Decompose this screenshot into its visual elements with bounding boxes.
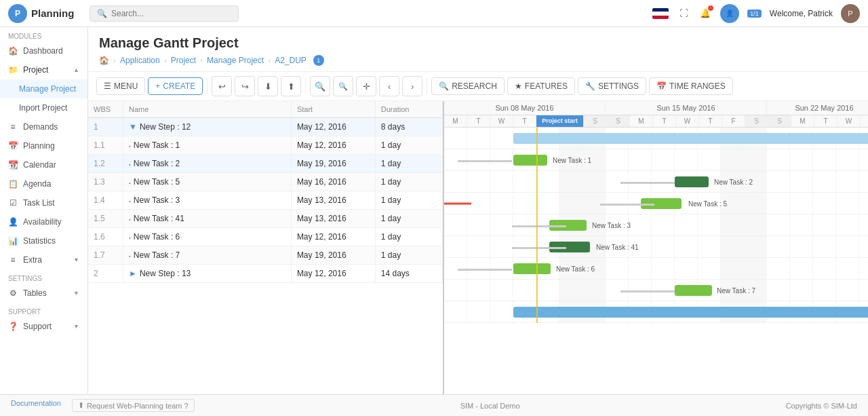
sidebar-item-statistics[interactable]: 📊 Statistics [0, 231, 87, 250]
gantt-bar[interactable] [513, 133, 868, 144]
table-row[interactable]: 1.2 •New Task : 2 May 19, 2016 1 day [88, 155, 443, 173]
gantt-day-cell: S [745, 115, 768, 127]
gantt-day-cell: S [607, 115, 630, 127]
table-row[interactable]: 1 ▼New Step : 12 May 12, 2016 8 days [88, 118, 443, 136]
table-row[interactable]: 1.3 •New Task : 5 May 16, 2016 1 day [88, 173, 443, 191]
redo-button[interactable]: ↪ [235, 76, 255, 96]
sidebar-item-manage-project[interactable]: Manage Project [0, 79, 87, 98]
prev-button[interactable]: ‹ [379, 76, 399, 96]
notification-icon[interactable]: 🔔 [698, 7, 712, 20]
sidebar-item-project[interactable]: 📁 Project ▲ [0, 60, 87, 79]
next-button[interactable]: › [402, 76, 422, 96]
gantt-row: New Task : 5 [444, 193, 868, 214]
gantt-day-cell: T [699, 115, 722, 127]
collapse-all-button[interactable]: ⬇ [258, 76, 278, 96]
name-cell: •New Task : 2 [123, 155, 292, 173]
sidebar-item-availability[interactable]: 👤 Availability [0, 212, 87, 231]
dependency-line [620, 182, 675, 184]
logo-icon: P [8, 4, 27, 23]
name-cell: •New Task : 1 [123, 136, 292, 155]
sidebar-item-task-list[interactable]: ☑ Task List [0, 193, 87, 212]
expand-all-button[interactable]: ⬆ [281, 76, 301, 96]
table-row[interactable]: 1.5 •New Task : 41 May 13, 2016 1 day [88, 210, 443, 228]
user-photo[interactable]: P [841, 4, 860, 23]
settings-button[interactable]: 🔧 SETTINGS [578, 77, 646, 95]
gantt-bar[interactable] [675, 176, 709, 187]
sidebar-item-dashboard[interactable]: 🏠 Dashboard [0, 41, 87, 60]
gantt-row: New Task : 2 [444, 171, 868, 193]
manage-project-label: Manage Project [19, 84, 76, 94]
sidebar-item-demands[interactable]: ≡ Demands [0, 117, 87, 136]
name-cell: ▼New Step : 12 [123, 118, 292, 136]
sidebar-item-planning[interactable]: 📅 Planning [0, 136, 87, 155]
sidebar-item-agenda[interactable]: 📋 Agenda [0, 174, 87, 193]
expand-arrow[interactable]: ▼ [129, 122, 137, 132]
wbs-cell: 1.5 [88, 210, 123, 228]
research-button[interactable]: 🔍 RESEARCH [431, 77, 505, 95]
language-flag[interactable] [652, 8, 669, 19]
time-ranges-button[interactable]: 📅 TIME RANGES [649, 77, 733, 95]
zoom-out-button[interactable]: 🔍 [333, 76, 353, 96]
undo-button[interactable]: ↩ [212, 76, 232, 96]
gantt-bar-label: New Task : 7 [717, 286, 755, 294]
gantt-day-cell: M [444, 115, 467, 127]
start-cell: May 12, 2016 [291, 228, 375, 246]
duration-header: Duration [375, 101, 442, 118]
table-row[interactable]: 1.7 •New Task : 7 May 19, 2016 1 day [88, 246, 443, 265]
create-plus-icon: + [155, 81, 160, 91]
gantt-bar[interactable] [513, 155, 547, 166]
breadcrumb: 🏠 › Application › Project › Manage Proje… [99, 55, 857, 66]
gantt-row: New [444, 301, 868, 323]
sidebar-item-support[interactable]: ❓ Support ▼ [0, 317, 87, 336]
table-row[interactable]: 1.1 •New Task : 1 May 12, 2016 1 day [88, 136, 443, 155]
create-button[interactable]: + CREATE [148, 77, 203, 95]
task-table: WBS Name Start Duration 1 ▼New Step : 12… [88, 101, 444, 394]
name-header: Name [123, 101, 292, 118]
duration-cell: 8 days [375, 118, 442, 136]
table-row[interactable]: 2 ►New Step : 13 May 12, 2016 14 days [88, 265, 443, 283]
request-button[interactable]: ⬆ Request Web-Planning team ? [72, 399, 195, 412]
search-input[interactable] [111, 9, 231, 18]
fullscreen-icon[interactable]: ⛶ [677, 7, 690, 20]
settings-icon: 🔧 [585, 81, 595, 91]
gantt-bar[interactable] [444, 202, 471, 204]
gantt-bar[interactable] [513, 263, 551, 274]
settings-label: Settings [0, 269, 87, 284]
gantt-bar-label: New Task : 6 [556, 265, 595, 272]
table-row[interactable]: 1.4 •New Task : 3 May 13, 2016 1 day [88, 191, 443, 210]
search-bar[interactable]: 🔍 [90, 5, 239, 22]
sidebar-item-inport-project[interactable]: Inport Project [0, 98, 87, 117]
features-button[interactable]: ★ FEATURES [507, 77, 575, 95]
gantt-bar[interactable] [513, 307, 868, 318]
support-chevron: ▼ [73, 323, 79, 330]
table-row[interactable]: 1.6 •New Task : 6 May 12, 2016 1 day [88, 228, 443, 246]
sidebar-item-calendar[interactable]: 📆 Calendar [0, 155, 87, 174]
wbs-cell: 1 [88, 118, 123, 136]
gantt-header: Sun 08 May 2016 Sun 15 May 2016 Sun 22 M… [444, 101, 868, 128]
breadcrumb-a2dup[interactable]: A2_DUP [275, 56, 307, 65]
duration-cell: 1 day [375, 228, 442, 246]
gantt-day-cell: W [490, 115, 513, 127]
wbs-cell: 1.3 [88, 173, 123, 191]
gantt-row: New Task : 1 [444, 149, 868, 171]
menu-button[interactable]: ☰ MENU [96, 77, 145, 95]
sidebar-item-extra[interactable]: ≡ Extra ▼ [0, 250, 87, 269]
breadcrumb-home[interactable]: 🏠 [99, 56, 109, 65]
features-label: FEATURES [525, 81, 568, 91]
app-logo[interactable]: P Planning [8, 4, 90, 23]
support-label: Support [23, 322, 52, 331]
gantt-week-row: Sun 08 May 2016 Sun 15 May 2016 Sun 22 M… [444, 101, 868, 115]
gantt-day-cell: W [676, 115, 699, 127]
breadcrumb-application[interactable]: Application [120, 56, 160, 65]
sidebar-item-tables[interactable]: ⚙ Tables ▼ [0, 284, 87, 303]
dependency-line [620, 290, 675, 292]
gantt-bar[interactable] [675, 285, 712, 296]
documentation-link[interactable]: Documentation [11, 399, 61, 412]
task-dot: • [129, 216, 131, 223]
zoom-in-button[interactable]: 🔍 [310, 76, 330, 96]
expand-arrow[interactable]: ► [129, 269, 137, 278]
gantt-bar-label: New Task : 41 [596, 243, 639, 250]
breadcrumb-manage-project[interactable]: Manage Project [207, 56, 264, 65]
fit-button[interactable]: ✛ [356, 76, 376, 96]
breadcrumb-project[interactable]: Project [171, 56, 196, 65]
